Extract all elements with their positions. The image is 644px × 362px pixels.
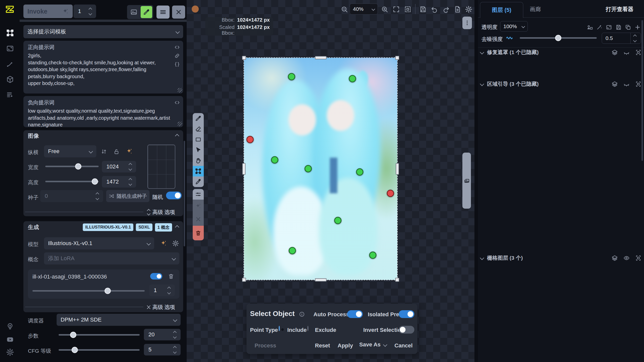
resize-handle[interactable]	[178, 88, 182, 93]
gallery-drawer-toggle[interactable]	[462, 153, 471, 209]
nav-workflows-icon[interactable]	[6, 60, 14, 68]
eraser-tool[interactable]	[193, 124, 204, 134]
eye-closed-icon[interactable]	[623, 81, 630, 87]
nav-upscale-icon[interactable]	[6, 44, 14, 53]
save-layers-icon[interactable]	[615, 24, 622, 30]
include-point[interactable]	[271, 156, 278, 164]
height-input[interactable]: 1472	[102, 176, 136, 188]
seed-input[interactable]: 0	[40, 190, 103, 202]
fit-layers-icon[interactable]	[606, 24, 612, 30]
image-advanced-options[interactable]: 高级 选项	[147, 209, 175, 216]
inpaint-group-header[interactable]: 修复遮罩 (1 个已隐藏)	[480, 49, 641, 56]
bbox-tool[interactable]	[193, 166, 204, 176]
model-settings-icon[interactable]	[172, 240, 179, 247]
include-point[interactable]	[349, 75, 356, 82]
canvas-settings-icon[interactable]	[465, 6, 472, 13]
enhance-action[interactable]	[193, 200, 204, 213]
steps-input[interactable]: 20	[144, 329, 181, 340]
random-seed-button[interactable]: 随机生成种子	[106, 190, 149, 202]
nav-canvas-icon[interactable]	[6, 29, 14, 37]
width-slider[interactable]	[45, 166, 99, 167]
code-icon[interactable]	[174, 44, 180, 50]
nav-models-icon[interactable]	[6, 75, 14, 83]
swap-dimensions-icon[interactable]	[101, 148, 107, 155]
canvas-context-menu-button[interactable]	[462, 17, 472, 29]
add-layer-icon[interactable]	[634, 24, 641, 30]
brush-tool[interactable]	[193, 113, 204, 124]
positive-prompt-text[interactable]: 2girls, standing,check-to-check,light sm…	[28, 52, 172, 87]
include-radio[interactable]	[279, 326, 280, 331]
include-point[interactable]	[334, 217, 342, 224]
canvas-mode-button[interactable]	[141, 6, 152, 18]
apply-button[interactable]: Apply	[338, 342, 353, 349]
braces-icon[interactable]	[174, 61, 180, 67]
nav-queue-icon[interactable]	[6, 91, 14, 99]
layers-icon[interactable]	[612, 255, 618, 261]
generation-section-header[interactable]: 生成 ILLUSTRIOUS-XL-V0.1 SDXL 1 概念	[23, 221, 183, 233]
lora-select[interactable]: 添加 LoRA	[44, 252, 179, 264]
save-canvas-icon[interactable]	[419, 6, 427, 13]
cfg-input[interactable]: 5	[144, 344, 181, 355]
eye-closed-icon[interactable]	[623, 49, 630, 56]
frame-icon[interactable]	[635, 255, 641, 261]
auto-process-toggle[interactable]	[347, 310, 363, 318]
pan-tool[interactable]	[193, 155, 204, 166]
opacity-select[interactable]: 100%	[500, 21, 528, 32]
resize-handle[interactable]	[178, 122, 182, 126]
move-tool[interactable]	[193, 145, 204, 155]
undo-icon[interactable]	[431, 6, 438, 13]
invoke-button[interactable]: Invoke	[23, 5, 73, 18]
nav-youtube-icon[interactable]	[6, 335, 14, 343]
include-point[interactable]	[369, 251, 376, 259]
open-viewer-button[interactable]: 打开查看器	[606, 6, 633, 13]
width-input[interactable]: 1024	[102, 161, 136, 172]
rect-tool[interactable]	[193, 134, 204, 145]
zoom-level-select[interactable]: 40%	[350, 4, 378, 15]
queue-count-input[interactable]: 1	[73, 5, 96, 18]
negative-prompt-box[interactable]: 负向提示词 low quality,worst quality,normal q…	[23, 96, 183, 127]
image-section-header[interactable]: 图像	[23, 130, 183, 142]
frame-icon[interactable]	[635, 49, 641, 56]
process-button[interactable]: Process	[255, 342, 276, 349]
link-icon[interactable]	[174, 53, 180, 59]
filter-action[interactable]	[193, 189, 204, 200]
include-point[interactable]	[356, 168, 363, 175]
raster-group-header[interactable]: 栅格图层 (3 个)	[480, 254, 641, 261]
include-point[interactable]	[305, 165, 312, 172]
nav-support-icon[interactable]	[6, 323, 14, 331]
regional-group-header[interactable]: 区域引导 (3 个已隐藏)	[480, 80, 641, 87]
zoom-out-icon[interactable]	[341, 6, 348, 13]
denoise-input[interactable]: 0.5	[602, 33, 641, 44]
frame-icon[interactable]	[635, 81, 641, 87]
trash-icon[interactable]	[168, 273, 174, 280]
left-panel-scrollbar[interactable]	[184, 141, 185, 246]
duplicate-icon[interactable]	[625, 24, 631, 30]
exclude-point[interactable]	[387, 190, 394, 197]
isolated-preview-toggle[interactable]	[399, 310, 414, 318]
reset-button[interactable]: Reset	[315, 342, 330, 349]
eyedropper-tool[interactable]	[193, 176, 204, 187]
model-select[interactable]: Illustrious-XL-v0.1	[44, 237, 154, 249]
tab-layers[interactable]: 图层 (5)	[480, 2, 523, 18]
lora-enabled-toggle[interactable]	[150, 273, 162, 280]
aspect-select[interactable]: Free	[44, 145, 96, 157]
steps-slider[interactable]	[59, 334, 140, 336]
cancel-button[interactable]: Cancel	[394, 342, 413, 349]
fit-bbox-icon[interactable]	[404, 6, 412, 13]
lora-weight-slider[interactable]	[32, 290, 145, 292]
save-as-button[interactable]: Save As	[359, 341, 387, 348]
queue-count-steppers[interactable]	[86, 8, 95, 15]
denoise-curve-icon[interactable]	[504, 34, 515, 42]
lock-aspect-icon[interactable]	[113, 148, 120, 155]
fit-to-view-icon[interactable]	[392, 6, 400, 13]
gallery-mode-button[interactable]	[128, 6, 140, 18]
new-layer-from-image-icon[interactable]	[587, 24, 593, 30]
canvas-workspace[interactable]: 40% Bbox: 1024×1472 px Scaled Bbox: 1024…	[187, 0, 474, 362]
exclude-point[interactable]	[247, 136, 254, 143]
include-point[interactable]	[289, 247, 296, 254]
invert-selection-toggle[interactable]	[399, 326, 414, 334]
color-swatch[interactable]	[192, 6, 199, 13]
layers-icon[interactable]	[612, 49, 618, 56]
lora-weight-input[interactable]: 1	[149, 285, 175, 296]
denoise-slider[interactable]	[520, 37, 597, 39]
